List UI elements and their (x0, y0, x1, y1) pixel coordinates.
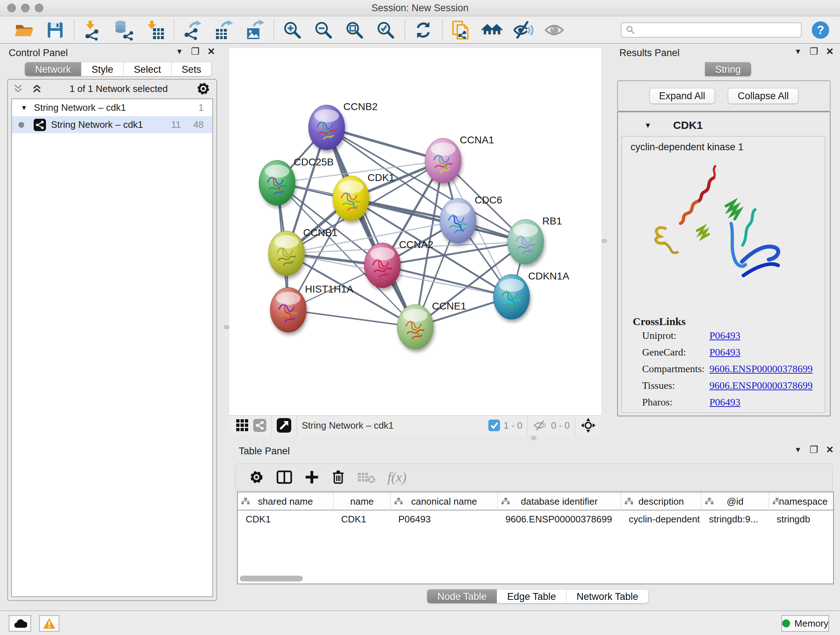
maximize-panel-icon[interactable]: ❐ (810, 445, 818, 454)
table-cell[interactable]: P06493 (390, 510, 497, 528)
birdseye-view-icon[interactable] (277, 418, 291, 432)
network-node-hist1h1a[interactable]: HIST1H1A (270, 283, 354, 333)
collapse-all-button[interactable]: Collapse All (728, 88, 798, 104)
status-bar: Memory (0, 610, 840, 635)
crosslink-link[interactable]: 9606.ENSP00000378699 (709, 363, 813, 375)
expand-all-icon[interactable] (33, 84, 41, 93)
results-panel-title: Results Panel (619, 48, 680, 59)
open-session-icon[interactable] (13, 19, 35, 41)
column-header-id[interactable]: @id (701, 492, 769, 510)
tab-select[interactable]: Select (124, 62, 172, 76)
import-network-file-icon[interactable] (82, 19, 103, 41)
column-header-name[interactable]: name (333, 492, 390, 510)
column-header-shared-name[interactable]: shared name (238, 492, 333, 510)
tab-style[interactable]: Style (81, 62, 124, 76)
float-panel-icon[interactable]: ▼ (176, 47, 183, 56)
crosslink-link[interactable]: P06493 (709, 396, 741, 408)
crosshair-icon[interactable] (580, 417, 596, 433)
houses-icon[interactable] (481, 19, 503, 41)
table-gear-icon[interactable] (248, 469, 264, 485)
table-cell[interactable]: stringdb:9... (701, 510, 769, 528)
delete-column-icon[interactable] (331, 469, 346, 485)
column-header-database-identifier[interactable]: database identifier (497, 492, 621, 510)
network-options-gear-icon[interactable] (196, 81, 210, 96)
column-header-canonical-name[interactable]: canonical name (390, 492, 497, 510)
import-network-database-icon[interactable] (113, 19, 134, 41)
column-label: @id (727, 496, 744, 507)
close-panel-icon[interactable]: ✕ (826, 445, 834, 454)
add-column-icon[interactable] (304, 470, 319, 485)
delete-table-icon[interactable] (357, 470, 376, 484)
node-entry-header[interactable]: ▼ CDK1 (620, 116, 828, 135)
vertical-splitter-handle[interactable] (224, 325, 229, 329)
tab-network[interactable]: Network (25, 62, 81, 76)
table-cell[interactable]: CDK1 (333, 510, 390, 528)
network-node-rb1[interactable]: RB1 (508, 215, 562, 264)
network-node-ccne1[interactable]: CCNE1 (397, 301, 466, 349)
maximize-panel-icon[interactable]: ❐ (810, 47, 818, 56)
network-canvas[interactable]: CCNB2CCNA1CDC25BCDK1CDC6RB1CCNB1CCNA2CDK… (229, 48, 601, 415)
table-cell[interactable]: 9606.ENSP00000378699 (497, 510, 621, 528)
crosslink-label: Pharos: (642, 396, 673, 408)
selected-checkbox-icon[interactable] (488, 420, 500, 431)
refresh-view-icon[interactable] (412, 19, 434, 41)
warning-button[interactable] (39, 615, 59, 632)
share-view-icon[interactable] (253, 419, 266, 432)
search-field[interactable] (621, 22, 802, 38)
memory-button[interactable]: Memory (782, 615, 829, 632)
search-input[interactable] (636, 25, 795, 35)
network-node-cdk1[interactable]: CDK1 (333, 172, 395, 221)
network-node-cdc6[interactable]: CDC6 (440, 195, 502, 243)
show-eye-icon[interactable] (543, 19, 565, 41)
network-node-ccna1[interactable]: CCNA1 (425, 134, 494, 183)
expand-all-button[interactable]: Expand All (649, 88, 715, 104)
crosslink-row-tissues: Tissues:9606.ENSP00000378699 (642, 380, 823, 396)
cloud-button[interactable] (9, 615, 31, 632)
network-edge[interactable] (288, 310, 415, 327)
duplicate-network-icon[interactable] (450, 19, 472, 41)
entry-collapse-icon[interactable]: ▼ (644, 121, 652, 130)
crosslink-link[interactable]: 9606.ENSP00000378699 (709, 380, 813, 391)
network-node-cdkn1a[interactable]: CDKN1A (493, 271, 569, 319)
function-builder-icon[interactable]: f(x) (387, 469, 407, 485)
network-node-ccnb2[interactable]: CCNB2 (309, 101, 378, 150)
zoom-in-icon[interactable] (281, 19, 303, 41)
tab-node-table[interactable]: Node Table (427, 589, 497, 603)
tab-string[interactable]: String (705, 62, 752, 76)
close-panel-icon[interactable]: ✕ (207, 47, 215, 56)
collection-expand-icon[interactable]: ▼ (21, 104, 27, 112)
tab-edge-table[interactable]: Edge Table (497, 589, 567, 603)
zoom-selected-icon[interactable] (375, 19, 396, 41)
crosslink-link[interactable]: P06493 (709, 330, 741, 341)
collapse-all-icon[interactable] (14, 84, 27, 93)
zoom-out-icon[interactable] (313, 19, 334, 41)
zoom-fit-icon[interactable] (344, 19, 365, 41)
table-row[interactable]: CDK1CDK1P064939606.ENSP00000378699cyclin… (238, 510, 833, 528)
tab-network-table[interactable]: Network Table (567, 589, 649, 603)
float-panel-icon[interactable]: ▼ (794, 445, 802, 454)
network-row-selected[interactable]: String Network – cdk1 11 48 (12, 116, 212, 133)
network-edge[interactable] (327, 127, 415, 327)
close-panel-icon[interactable]: ✕ (826, 47, 834, 56)
split-columns-icon[interactable] (276, 470, 293, 485)
table-cell[interactable]: stringdb (769, 510, 834, 528)
export-network-icon[interactable] (182, 19, 203, 41)
table-hscrollbar-thumb[interactable] (240, 576, 303, 581)
grid-view-icon[interactable] (236, 419, 249, 432)
hide-selected-eye-icon[interactable] (512, 19, 534, 41)
float-panel-icon[interactable]: ▼ (794, 47, 802, 56)
import-table-file-icon[interactable] (144, 19, 166, 41)
column-header-namespace[interactable]: namespace (769, 492, 834, 510)
tab-sets[interactable]: Sets (172, 62, 212, 76)
column-header-description[interactable]: description (621, 492, 701, 510)
column-type-icon (501, 498, 510, 505)
export-table-icon[interactable] (213, 19, 234, 41)
crosslink-link[interactable]: P06493 (709, 347, 741, 358)
help-icon[interactable]: ? (811, 21, 830, 40)
table-cell[interactable]: CDK1 (238, 510, 333, 528)
table-cell[interactable]: cyclin-dependent ... (621, 510, 701, 528)
maximize-panel-icon[interactable]: ❐ (191, 47, 199, 56)
export-image-icon[interactable] (244, 19, 265, 41)
save-session-icon[interactable] (44, 19, 66, 41)
network-collection-row[interactable]: ▼ String Network – cdk1 1 (12, 99, 212, 116)
